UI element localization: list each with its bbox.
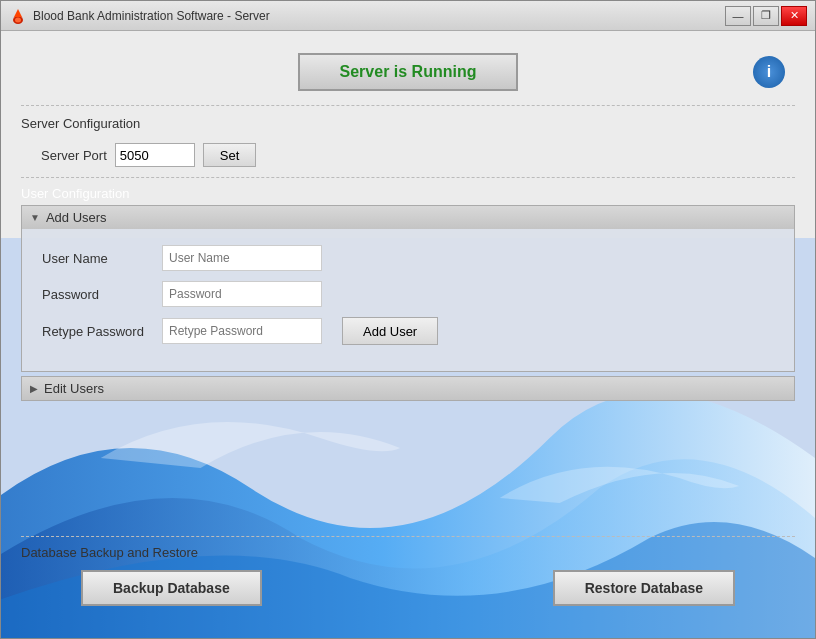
server-status-button: Server is Running: [298, 53, 519, 91]
main-content: Server is Running i Server Configuration…: [1, 31, 815, 638]
window-title: Blood Bank Administration Software - Ser…: [33, 9, 270, 23]
server-config-section-label: Server Configuration: [21, 108, 795, 137]
divider-1: [21, 105, 795, 106]
add-users-label: Add Users: [46, 210, 107, 225]
title-bar: Blood Bank Administration Software - Ser…: [1, 1, 815, 31]
add-users-panel-body: User Name Password Retype Password Add U…: [22, 229, 794, 371]
password-label: Password: [42, 287, 162, 302]
user-config-section-label: User Configuration: [21, 180, 795, 205]
password-input[interactable]: [162, 281, 322, 307]
username-label: User Name: [42, 251, 162, 266]
divider-3: [21, 536, 795, 537]
server-port-input[interactable]: [115, 143, 195, 167]
content-inner: Server is Running i Server Configuration…: [1, 31, 815, 638]
title-bar-controls: — ❐ ✕: [725, 6, 807, 26]
edit-users-label: Edit Users: [44, 381, 104, 396]
backup-database-button[interactable]: Backup Database: [81, 570, 262, 606]
edit-users-arrow: ▶: [30, 383, 38, 394]
db-buttons-row: Backup Database Restore Database: [21, 570, 795, 606]
restore-database-button[interactable]: Restore Database: [553, 570, 735, 606]
edit-users-panel-header[interactable]: ▶ Edit Users: [22, 377, 794, 400]
retype-password-input[interactable]: [162, 318, 322, 344]
server-status-row: Server is Running i: [21, 43, 795, 103]
title-bar-left: Blood Bank Administration Software - Ser…: [9, 7, 270, 25]
database-section: Database Backup and Restore Backup Datab…: [21, 534, 795, 626]
svg-marker-1: [14, 9, 22, 17]
add-users-arrow: ▼: [30, 212, 40, 223]
server-port-label: Server Port: [41, 148, 107, 163]
add-user-button[interactable]: Add User: [342, 317, 438, 345]
add-users-panel: ▼ Add Users User Name Password Retype Pa…: [21, 205, 795, 372]
restore-button[interactable]: ❐: [753, 6, 779, 26]
divider-2: [21, 177, 795, 178]
username-row: User Name: [42, 245, 774, 271]
add-users-panel-header[interactable]: ▼ Add Users: [22, 206, 794, 229]
retype-password-label: Retype Password: [42, 324, 162, 339]
app-icon: [9, 7, 27, 25]
username-input[interactable]: [162, 245, 322, 271]
retype-password-row: Retype Password Add User: [42, 317, 774, 345]
db-section-label: Database Backup and Restore: [21, 539, 795, 570]
edit-users-panel: ▶ Edit Users: [21, 376, 795, 401]
minimize-button[interactable]: —: [725, 6, 751, 26]
close-button[interactable]: ✕: [781, 6, 807, 26]
password-row: Password: [42, 281, 774, 307]
set-port-button[interactable]: Set: [203, 143, 257, 167]
main-window: Blood Bank Administration Software - Ser…: [0, 0, 816, 639]
server-config-row: Server Port Set: [21, 137, 795, 175]
info-icon-button[interactable]: i: [753, 56, 785, 88]
svg-point-2: [15, 17, 21, 22]
